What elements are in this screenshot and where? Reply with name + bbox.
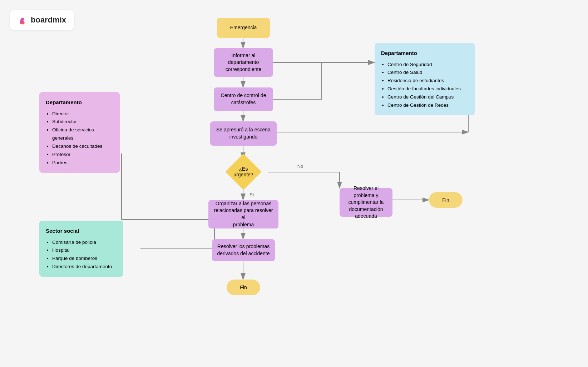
logo: boardmix [10,10,74,30]
fin-right-node: Fin [429,192,463,208]
sector-social-box: Sector social Comisaría de policía Hospi… [39,221,123,277]
departamento-left-list: Director Subdirector Oficina de servicio… [46,110,113,167]
list-item: Gestión de facultades individuales [387,85,468,93]
control-catastrofes-node: Centro de control de catástrofes [214,87,273,111]
resolver-cumplimentar-node: Resolver el problema y cumplimentar la d… [340,188,392,217]
svg-text:No: No [297,164,303,169]
organizar-node: Organizar a las personas relacionadas pa… [208,200,278,228]
resolver-derivados-node: Resolver los problemas derivados del acc… [212,239,275,261]
list-item: Hospital [52,246,117,255]
list-item: Subdirector [52,118,113,126]
svg-text:Sí: Sí [249,192,254,197]
es-urgente-label: ¿Es urgente? [222,161,265,182]
list-item: Parque de bomberos [52,255,117,263]
departamento-right-box: Departamento Centro de Seguridad Centro … [375,43,475,115]
sector-social-list: Comisaría de policía Hospital Parque de … [46,238,117,271]
list-item: Centro de Salud [387,69,468,77]
list-item: Padres [52,159,113,167]
departamento-right-list: Centro de Seguridad Centro de Salud Resi… [381,61,468,110]
logo-text: boardmix [31,15,66,25]
fin-bottom-node: Fin [227,280,260,295]
departamento-right-title: Departamento [381,49,468,58]
informar-node: Informar al departamento correspondiente [214,48,273,77]
list-item: Decanos de cacultades [52,142,113,151]
departamento-left-box: Departamento Director Subdirector Oficin… [39,92,120,173]
apresuro-node: Se apresuró a la escena investigando [210,121,277,146]
list-item: Centro de Gestión del Campus [387,93,468,101]
boardmix-logo-icon [18,15,28,25]
list-item: Profesor [52,151,113,159]
departamento-left-title: Departamento [46,98,113,107]
list-item: Oficina de servicios generales [52,126,113,142]
list-item: Residencia de estudiantes [387,77,468,85]
list-item: Centro de Gestión de Redes [387,101,468,110]
list-item: Centro de Seguridad [387,61,468,69]
emergencia-node: Emergencia [217,18,270,38]
list-item: Comisaría de policía [52,238,117,247]
sector-social-title: Sector social [46,226,117,236]
list-item: Director [52,110,113,118]
list-item: Directores de departamento [52,263,117,271]
